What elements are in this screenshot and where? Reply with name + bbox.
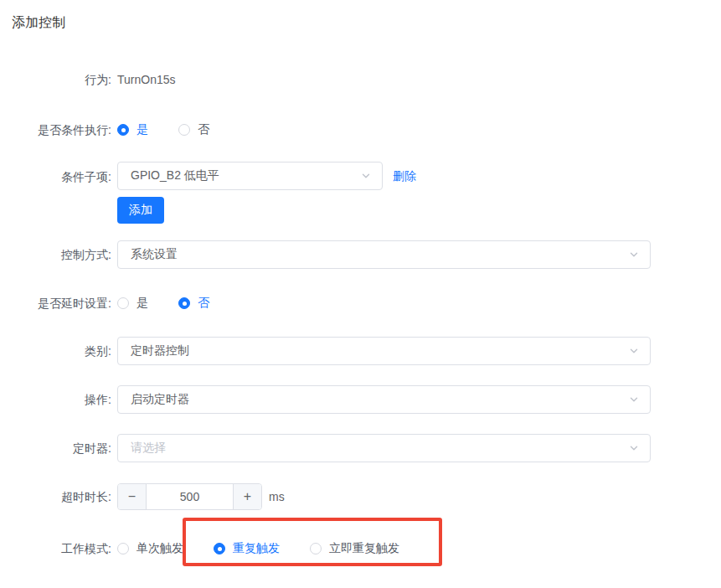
delete-link[interactable]: 删除 bbox=[393, 162, 416, 190]
chevron-down-icon bbox=[628, 345, 640, 357]
timeout-input[interactable] bbox=[147, 484, 233, 509]
timeout-stepper: − + bbox=[117, 483, 262, 510]
timer-row: 定时器: 请选择 bbox=[12, 434, 721, 462]
condition-item-label: 条件子项: bbox=[12, 168, 111, 185]
category-label: 类别: bbox=[12, 343, 111, 359]
timeout-unit: ms bbox=[269, 490, 285, 503]
work-mode-row: 工作模式: 单次触发 重复触发 立即重复触发 bbox=[12, 540, 721, 557]
chevron-down-icon bbox=[628, 394, 640, 405]
radio-unselected-icon bbox=[117, 297, 129, 309]
control-method-row: 控制方式: 系统设置 bbox=[12, 240, 721, 269]
behavior-value: TurnOn15s bbox=[117, 73, 176, 86]
condition-item-select[interactable]: GPIO_B2 低电平 bbox=[117, 162, 383, 190]
plus-button[interactable]: + bbox=[233, 484, 261, 509]
behavior-row: 行为: TurnOn15s bbox=[12, 71, 721, 88]
conditional-exec-radio-no[interactable]: 否 bbox=[178, 122, 209, 137]
chevron-down-icon bbox=[628, 442, 640, 454]
operation-select[interactable]: 启动定时器 bbox=[117, 385, 651, 414]
timeout-label: 超时时长: bbox=[12, 488, 111, 505]
add-button[interactable]: 添加 bbox=[117, 197, 164, 224]
radio-unselected-icon bbox=[178, 124, 190, 136]
work-mode-radio-group: 单次触发 重复触发 立即重复触发 bbox=[117, 541, 399, 556]
add-control-page: 添加控制 行为: TurnOn15s 是否条件执行: 是 否 条件子项: GPI… bbox=[0, 0, 721, 588]
delay-setting-radio-group: 是 否 bbox=[117, 296, 209, 311]
timeout-row: 超时时长: − + ms bbox=[12, 483, 721, 510]
minus-button[interactable]: − bbox=[118, 484, 147, 509]
chevron-down-icon bbox=[628, 249, 640, 260]
page-title: 添加控制 bbox=[12, 14, 721, 31]
work-mode-label: 工作模式: bbox=[12, 540, 111, 557]
work-mode-radio-single[interactable]: 单次触发 bbox=[117, 541, 183, 556]
operation-label: 操作: bbox=[12, 391, 111, 408]
operation-row: 操作: 启动定时器 bbox=[12, 385, 721, 414]
radio-selected-icon bbox=[178, 297, 190, 309]
conditional-exec-label: 是否条件执行: bbox=[12, 121, 111, 138]
conditional-exec-radio-yes[interactable]: 是 bbox=[117, 122, 148, 137]
control-method-select[interactable]: 系统设置 bbox=[117, 240, 651, 269]
radio-unselected-icon bbox=[310, 543, 322, 554]
radio-selected-icon bbox=[117, 124, 129, 136]
behavior-label: 行为: bbox=[12, 71, 111, 88]
work-mode-radio-immediate-repeat[interactable]: 立即重复触发 bbox=[310, 541, 399, 556]
control-method-label: 控制方式: bbox=[12, 246, 111, 263]
category-select[interactable]: 定时器控制 bbox=[117, 337, 651, 365]
delay-setting-radio-yes[interactable]: 是 bbox=[117, 296, 148, 311]
delay-setting-label: 是否延时设置: bbox=[12, 295, 111, 312]
timer-select[interactable]: 请选择 bbox=[117, 434, 651, 462]
delay-setting-row: 是否延时设置: 是 否 bbox=[12, 295, 721, 312]
timer-label: 定时器: bbox=[12, 440, 111, 456]
condition-item-row: 条件子项: GPIO_B2 低电平 删除 添加 bbox=[12, 162, 721, 224]
work-mode-radio-repeat[interactable]: 重复触发 bbox=[214, 541, 280, 556]
delay-setting-radio-no[interactable]: 否 bbox=[178, 296, 209, 311]
conditional-exec-row: 是否条件执行: 是 否 bbox=[12, 121, 721, 138]
radio-selected-icon bbox=[214, 543, 225, 554]
category-row: 类别: 定时器控制 bbox=[12, 337, 721, 365]
chevron-down-icon bbox=[360, 170, 372, 182]
conditional-exec-radio-group: 是 否 bbox=[117, 122, 209, 137]
radio-unselected-icon bbox=[117, 543, 129, 554]
